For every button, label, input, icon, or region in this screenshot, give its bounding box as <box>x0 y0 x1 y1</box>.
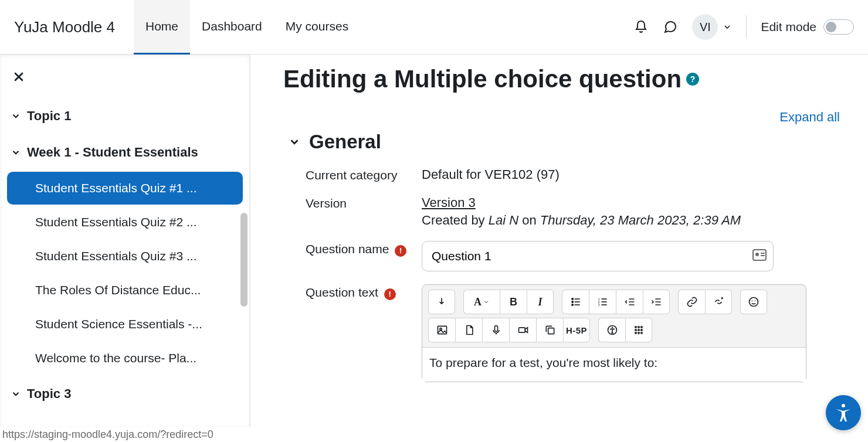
accessibility-widget-button[interactable] <box>826 395 861 430</box>
rich-text-editor: A B I 123 <box>422 284 806 382</box>
bullet-list-button[interactable] <box>562 290 589 314</box>
sidebar-item-welcome[interactable]: Welcome to the course- Pla... <box>7 342 243 375</box>
emoji-button[interactable] <box>740 290 767 314</box>
svg-point-24 <box>638 329 640 331</box>
file-button[interactable] <box>455 318 482 342</box>
nav-dashboard[interactable]: Dashboard <box>190 0 274 55</box>
version-link[interactable]: Version 3 <box>422 195 741 210</box>
svg-rect-16 <box>518 328 525 332</box>
browser-status-url: https://staging-moodle4.yuja.com/?redire… <box>0 427 213 442</box>
copy-button[interactable] <box>536 318 563 342</box>
scrollbar-thumb[interactable] <box>240 213 247 307</box>
outdent-button[interactable] <box>616 290 643 314</box>
nav-mycourses[interactable]: My courses <box>274 0 360 55</box>
close-sidebar-button[interactable] <box>7 59 243 91</box>
chevron-down-icon <box>723 22 732 32</box>
svg-point-27 <box>638 332 640 334</box>
sidebar-section-topic1[interactable]: Topic 1 <box>7 98 243 134</box>
image-button[interactable] <box>428 318 455 342</box>
row-question-text: Question text ! A B I 123 <box>306 284 854 382</box>
sidebar-section-label: Topic 3 <box>27 386 71 402</box>
sidebar-item-roles[interactable]: The Roles Of Distance Educ... <box>7 274 243 307</box>
font-style-dropdown[interactable]: A <box>463 290 500 314</box>
chevron-down-icon <box>11 147 21 158</box>
required-icon: ! <box>384 288 396 300</box>
svg-point-5 <box>571 301 573 303</box>
sidebar-section-week1[interactable]: Week 1 - Student Essentials <box>7 134 243 171</box>
svg-point-12 <box>755 301 756 302</box>
header: YuJa Moodle 4 Home Dashboard My courses … <box>0 0 868 55</box>
required-icon: ! <box>395 245 406 257</box>
h5p-button[interactable]: H-5P <box>563 318 590 342</box>
svg-point-1 <box>755 253 759 256</box>
divider <box>746 15 747 39</box>
video-button[interactable] <box>509 318 536 342</box>
sidebar-section-label: Topic 1 <box>27 108 71 124</box>
question-name-label: Question name ! <box>306 241 422 257</box>
notifications-icon[interactable] <box>633 19 649 35</box>
svg-point-22 <box>641 327 643 328</box>
edit-mode-label: Edit mode <box>761 20 816 34</box>
row-current-category: Current category Default for VER102 (97) <box>306 167 854 182</box>
indent-button[interactable] <box>643 290 670 314</box>
help-icon[interactable]: ? <box>686 73 699 86</box>
page-title: Editing a Multiple choice question ? <box>283 65 854 93</box>
bold-button[interactable]: B <box>500 290 527 314</box>
svg-point-21 <box>638 327 640 328</box>
svg-rect-13 <box>438 326 446 334</box>
question-text-label: Question text ! <box>306 284 422 300</box>
svg-point-20 <box>635 327 637 328</box>
microphone-button[interactable] <box>482 318 509 342</box>
svg-point-26 <box>635 332 637 334</box>
unlink-button[interactable] <box>705 290 732 314</box>
edit-mode-switch[interactable]: Edit mode <box>761 19 854 35</box>
numbered-list-button[interactable]: 123 <box>589 290 616 314</box>
svg-point-25 <box>641 329 643 331</box>
svg-point-6 <box>571 304 573 306</box>
course-index-sidebar: Topic 1 Week 1 - Student Essentials Stud… <box>0 55 250 427</box>
general-section-toggle[interactable]: General <box>288 131 854 153</box>
italic-button[interactable]: I <box>527 290 554 314</box>
chevron-down-icon <box>11 389 21 399</box>
user-menu[interactable]: VI <box>692 14 732 40</box>
svg-point-29 <box>842 404 845 407</box>
editor-content[interactable]: To prepare for a test, you're most likel… <box>422 347 806 382</box>
contact-card-icon[interactable] <box>752 249 767 263</box>
sidebar-item-quiz3[interactable]: Student Essentials Quiz #3 ... <box>7 240 243 273</box>
accessibility-checker-button[interactable] <box>598 318 625 342</box>
sidebar-item-quiz1[interactable]: Student Essentials Quiz #1 ... <box>7 172 243 205</box>
current-category-label: Current category <box>306 167 422 182</box>
created-by-prefix: Created by <box>422 213 489 227</box>
svg-point-10 <box>750 298 758 307</box>
row-version: Version Version 3 Created by Lai N on Th… <box>306 195 854 228</box>
toolbar-toggle-icon[interactable] <box>428 290 455 314</box>
svg-point-23 <box>635 329 637 331</box>
toggle-icon[interactable] <box>823 19 854 35</box>
svg-point-19 <box>611 327 613 329</box>
created-by-name: Lai N <box>489 213 518 227</box>
general-heading: General <box>309 131 381 153</box>
svg-point-28 <box>641 332 643 334</box>
svg-rect-17 <box>548 328 554 334</box>
site-brand[interactable]: YuJa Moodle 4 <box>14 18 115 36</box>
expand-all-link[interactable]: Expand all <box>283 110 840 125</box>
grid-button[interactable] <box>625 318 652 342</box>
svg-rect-2 <box>761 253 765 254</box>
nav-home[interactable]: Home <box>134 0 190 55</box>
created-by-line: Created by Lai N on Thursday, 23 March 2… <box>422 213 741 228</box>
svg-text:3: 3 <box>598 303 599 307</box>
close-icon <box>13 71 25 83</box>
page-title-text: Editing a Multiple choice question <box>283 65 681 93</box>
editor-toolbar: A B I 123 <box>422 285 806 347</box>
sidebar-section-topic3[interactable]: Topic 3 <box>7 376 243 412</box>
current-category-value: Default for VER102 (97) <box>422 167 560 182</box>
link-button[interactable] <box>678 290 705 314</box>
question-name-input[interactable] <box>422 241 774 271</box>
svg-point-11 <box>752 301 753 302</box>
top-nav: Home Dashboard My courses <box>134 0 360 55</box>
messages-icon[interactable] <box>663 19 678 35</box>
chevron-down-icon <box>11 111 21 121</box>
sidebar-item-science[interactable]: Student Science Essentials -... <box>7 308 243 341</box>
sidebar-item-quiz2[interactable]: Student Essentials Quiz #2 ... <box>7 206 243 239</box>
svg-rect-3 <box>761 255 765 256</box>
